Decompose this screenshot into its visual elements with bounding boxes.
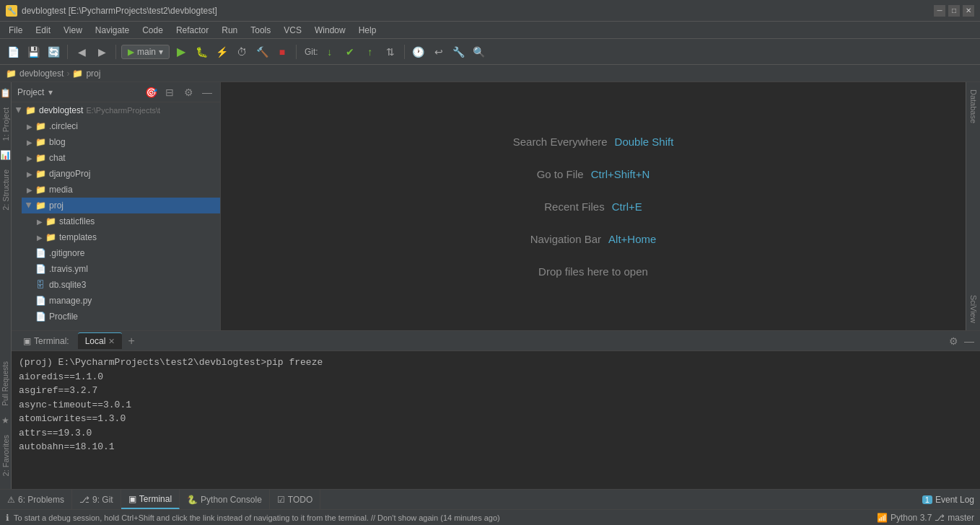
tree-item-circleci[interactable]: ▶ 📁 .circleci bbox=[22, 118, 220, 134]
toolbar-sep-3 bbox=[296, 45, 297, 59]
local-tab-close[interactable]: ✕ bbox=[108, 337, 115, 346]
terminal-output-6: autobahn==18.10.1 bbox=[19, 440, 973, 454]
terminal-settings-button[interactable]: ⚙ bbox=[949, 335, 958, 347]
breadcrumb-proj[interactable]: proj bbox=[86, 69, 100, 79]
terminal-output-2: asgiref==3.2.7 bbox=[19, 384, 973, 398]
terminal-label-tab[interactable]: ▣ Terminal: bbox=[17, 333, 75, 349]
sync-button[interactable]: 🔄 bbox=[45, 43, 62, 61]
tree-item-db[interactable]: ▶ 🗄 db.sqlite3 bbox=[22, 277, 220, 293]
structure-tab[interactable]: 2: Structure bbox=[0, 162, 12, 218]
maximize-button[interactable]: □ bbox=[948, 5, 960, 17]
tree-item-templates[interactable]: ▶ 📁 templates bbox=[32, 229, 220, 245]
project-panel-header: Project ▾ 🎯 ⊟ ⚙ — bbox=[12, 82, 220, 102]
collapse-all-button[interactable]: ⊟ bbox=[162, 85, 177, 100]
status-bar: ℹ To start a debug session, hold Ctrl+Sh… bbox=[0, 509, 980, 525]
menu-run[interactable]: Run bbox=[216, 24, 243, 37]
favorites-tab[interactable]: 2: Favorites bbox=[0, 428, 12, 483]
event-log-label[interactable]: Event Log bbox=[935, 495, 974, 505]
forward-button[interactable]: ▶ bbox=[93, 43, 110, 61]
menu-edit[interactable]: Edit bbox=[30, 24, 56, 37]
terminal-content[interactable]: (proj) E:\PycharmProjects\test2\devblogt… bbox=[12, 351, 980, 489]
git-commit-button[interactable]: ✔ bbox=[341, 43, 359, 61]
git-status[interactable]: 📶 Python 3.7 ⎇ master bbox=[877, 513, 974, 523]
project-tab[interactable]: 1: Project bbox=[0, 100, 12, 148]
run-config-arrow: ▾ bbox=[159, 47, 163, 57]
rollback-button[interactable]: ↩ bbox=[430, 43, 447, 61]
menu-view[interactable]: View bbox=[58, 24, 88, 37]
menu-vcs[interactable]: VCS bbox=[278, 24, 307, 37]
menu-navigate[interactable]: Navigate bbox=[89, 24, 135, 37]
navigation-bar-key: Alt+Home bbox=[608, 233, 656, 245]
run-profiler-button[interactable]: ⏱ bbox=[233, 43, 250, 61]
database-panel-tab[interactable]: Database bbox=[968, 82, 979, 131]
history-button[interactable]: 🕐 bbox=[410, 43, 427, 61]
git-update-button[interactable]: ↓ bbox=[321, 43, 338, 61]
git-tool-button[interactable]: ⎇ 9: Git bbox=[72, 490, 121, 509]
problems-tool-button[interactable]: ⚠ 6: Problems bbox=[0, 490, 72, 509]
close-button[interactable]: ✕ bbox=[963, 5, 974, 17]
locate-in-tree-button[interactable]: 🎯 bbox=[144, 85, 158, 100]
tree-folder-icon-root: 📁 bbox=[25, 105, 36, 116]
git-icon: ⎇ bbox=[79, 495, 89, 505]
git-push-button[interactable]: ↑ bbox=[362, 43, 379, 61]
sciview-panel-tab[interactable]: SciView bbox=[968, 288, 979, 330]
tree-item-blog[interactable]: ▶ 📁 blog bbox=[22, 134, 220, 150]
add-terminal-button[interactable]: + bbox=[125, 335, 137, 348]
save-button[interactable]: 💾 bbox=[25, 43, 42, 61]
stop-button[interactable]: ■ bbox=[274, 43, 291, 61]
breadcrumb-root[interactable]: devblogtest bbox=[19, 69, 64, 79]
tree-item-procfile[interactable]: ▶ 📄 Procfile bbox=[22, 309, 220, 325]
run-button[interactable]: ▶ bbox=[172, 43, 190, 61]
terminal-minimize-button[interactable]: — bbox=[964, 335, 974, 347]
tree-label-blog: blog bbox=[49, 137, 66, 147]
new-file-button[interactable]: 📄 bbox=[4, 43, 22, 61]
python-console-tool-button[interactable]: 🐍 Python Console bbox=[180, 490, 270, 509]
tree-item-chat[interactable]: ▶ 📁 chat bbox=[22, 150, 220, 166]
pull-requests-tab[interactable]: Pull Requests bbox=[0, 354, 11, 413]
left-panel-icon-2[interactable]: 📊 bbox=[1, 150, 11, 160]
tree-label-media: media bbox=[49, 185, 73, 195]
left-panel-icon-1[interactable]: 📋 bbox=[1, 88, 11, 98]
tree-item-root[interactable]: ▶ 📁 devblogtest E:\PycharmProjects\t bbox=[12, 102, 220, 118]
terminal-output-4: atomicwrites==1.3.0 bbox=[19, 412, 973, 426]
menu-code[interactable]: Code bbox=[136, 24, 169, 37]
project-settings-button[interactable]: ⚙ bbox=[181, 85, 196, 100]
settings-button[interactable]: 🔧 bbox=[450, 43, 468, 61]
favorites-icon[interactable]: ★ bbox=[1, 415, 11, 425]
tree-item-djangoproj[interactable]: ▶ 📁 djangoProj bbox=[22, 166, 220, 182]
menu-refactor[interactable]: Refactor bbox=[170, 24, 214, 37]
bottom-area: ▣ Terminal: Local ✕ + ⚙ — (proj) E:\Pych… bbox=[12, 330, 980, 489]
git-fetch-button[interactable]: ⇅ bbox=[382, 43, 399, 61]
terminal-tool-button[interactable]: ▣ Terminal bbox=[121, 490, 180, 509]
tree-item-media[interactable]: ▶ 📁 media bbox=[22, 182, 220, 198]
back-button[interactable]: ◀ bbox=[73, 43, 90, 61]
menu-help[interactable]: Help bbox=[353, 24, 382, 37]
status-message: To start a debug session, hold Ctrl+Shif… bbox=[14, 513, 500, 522]
search-everywhere-button[interactable]: 🔍 bbox=[471, 43, 488, 61]
tree-item-proj[interactable]: ▶ 📁 proj bbox=[22, 198, 220, 213]
git-label: Git: bbox=[305, 47, 318, 57]
project-panel-title: Project bbox=[17, 87, 44, 97]
todo-tool-button[interactable]: ☑ TODO bbox=[270, 490, 320, 509]
tree-item-managepy[interactable]: ▶ 📄 manage.py bbox=[22, 293, 220, 309]
close-project-panel-button[interactable]: — bbox=[200, 85, 214, 100]
tree-folder-icon-proj: 📁 bbox=[35, 200, 46, 211]
tree-arrow-media: ▶ bbox=[25, 185, 35, 195]
tree-item-gitignore[interactable]: ▶ 📄 .gitignore bbox=[22, 245, 220, 261]
menu-file[interactable]: File bbox=[3, 24, 28, 37]
run-config-selector[interactable]: ▶ main ▾ bbox=[121, 45, 170, 59]
run-coverage-button[interactable]: ⚡ bbox=[213, 43, 230, 61]
menu-tools[interactable]: Tools bbox=[245, 24, 276, 37]
menu-window[interactable]: Window bbox=[309, 24, 351, 37]
project-and-editor: Project ▾ 🎯 ⊟ ⚙ — ▶ 📁 devblogtest bbox=[12, 82, 980, 489]
search-everywhere-label: Search Everywhere bbox=[513, 136, 608, 148]
tree-item-travis[interactable]: ▶ 📄 .travis.yml bbox=[22, 261, 220, 277]
project-panel-title-arrow[interactable]: ▾ bbox=[48, 87, 53, 97]
build-button[interactable]: 🔨 bbox=[253, 43, 271, 61]
tree-label-proj: proj bbox=[49, 200, 64, 211]
go-to-file-key: Ctrl+Shift+N bbox=[591, 168, 650, 180]
debug-button[interactable]: 🐛 bbox=[193, 43, 210, 61]
minimize-button[interactable]: ─ bbox=[934, 5, 945, 17]
local-tab[interactable]: Local ✕ bbox=[78, 332, 123, 349]
tree-item-staticfiles[interactable]: ▶ 📁 staticfiles bbox=[32, 213, 220, 229]
